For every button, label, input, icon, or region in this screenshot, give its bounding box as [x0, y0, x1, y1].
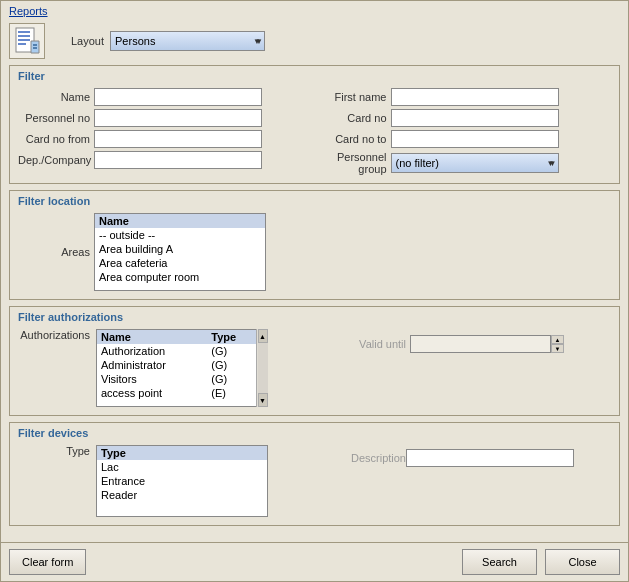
card-no-from-label: Card no from — [18, 133, 90, 145]
svg-marker-5 — [31, 41, 39, 53]
personnel-no-input[interactable] — [94, 109, 262, 127]
auth-label: Authorizations — [18, 329, 90, 341]
devices-type-list[interactable]: Type Lac Entrance Reader — [96, 445, 268, 517]
filter-devices-title: Filter devices — [18, 427, 611, 439]
filter-section-title: Filter — [18, 70, 611, 82]
dep-company-row: Dep./Company — [18, 151, 315, 169]
personnel-group-arrow: ▼ — [547, 159, 555, 168]
auth-type: (G) — [207, 358, 257, 372]
devices-type-header: Type — [97, 446, 267, 460]
main-window: Reports Layout Persons ▼ — [0, 0, 629, 582]
auth-col-type: Type — [207, 330, 257, 344]
filter-location-section: Filter location Areas Name -- outside --… — [9, 190, 620, 300]
scrollbar-up-btn[interactable]: ▲ — [258, 329, 268, 343]
spinbox-up[interactable]: ▲ — [551, 335, 564, 344]
personnel-group-value: (no filter) — [396, 157, 439, 169]
card-no-input[interactable] — [391, 109, 559, 127]
card-no-to-label: Card no to — [315, 133, 387, 145]
layout-dropdown-arrow: ▼ — [253, 37, 261, 46]
filter-right-col: First name Card no Card no to Personnel … — [315, 88, 612, 175]
firstname-input[interactable] — [391, 88, 559, 106]
bottom-bar: Clear form Search Close — [1, 542, 628, 581]
auth-table-container: Name Type Authorization(G) Administrator… — [96, 329, 268, 407]
auth-name: access point — [97, 386, 207, 400]
valid-until-row: Valid until ▲ ▼ — [334, 335, 564, 353]
spinbox-down[interactable]: ▼ — [551, 344, 564, 353]
auth-list[interactable]: Name Type Authorization(G) Administrator… — [96, 329, 268, 407]
spinbox-buttons: ▲ ▼ — [550, 335, 564, 353]
list-item[interactable]: Area building A — [95, 242, 265, 256]
clear-form-button[interactable]: Clear form — [9, 549, 86, 575]
firstname-label: First name — [315, 91, 387, 103]
description-label: Description — [334, 452, 406, 464]
name-input[interactable] — [94, 88, 262, 106]
svg-rect-1 — [18, 31, 30, 33]
close-button[interactable]: Close — [545, 549, 620, 575]
areas-label: Areas — [18, 246, 90, 258]
personnel-group-select[interactable]: (no filter) ▼ — [391, 153, 559, 173]
list-item[interactable]: Entrance — [97, 474, 267, 488]
filter-fields: Name Personnel no Card no from Dep./Comp… — [18, 88, 611, 175]
card-no-row: Card no — [315, 109, 612, 127]
auth-col-name: Name — [97, 330, 207, 344]
personnel-no-row: Personnel no — [18, 109, 315, 127]
title-bar: Reports — [1, 1, 628, 19]
areas-list[interactable]: Name -- outside -- Area building A Area … — [94, 213, 266, 291]
list-item[interactable]: Area computer room — [95, 270, 265, 284]
auth-name: Authorization — [97, 344, 207, 358]
svg-rect-3 — [18, 39, 30, 41]
right-buttons: Search Close — [462, 549, 620, 575]
list-item[interactable]: Lac — [97, 460, 267, 474]
content-area: Filter Name Personnel no Card no from — [1, 65, 628, 542]
valid-until-spinbox[interactable]: ▲ ▼ — [410, 335, 564, 353]
filter-devices-section: Filter devices Type Type Lac Entrance Re… — [9, 422, 620, 526]
reports-link[interactable]: Reports — [9, 5, 48, 17]
filter-left-col: Name Personnel no Card no from Dep./Comp… — [18, 88, 315, 175]
personnel-group-row: Personnel group (no filter) ▼ — [315, 151, 612, 175]
devices-row: Type Type Lac Entrance Reader Descriptio… — [18, 445, 611, 517]
filter-location-title: Filter location — [18, 195, 611, 207]
layout-label: Layout — [71, 35, 104, 47]
table-row[interactable]: access point(E) — [97, 386, 257, 400]
valid-until-label: Valid until — [334, 338, 406, 350]
svg-rect-4 — [18, 43, 26, 45]
table-row[interactable]: Administrator(G) — [97, 358, 257, 372]
personnel-group-label: Personnel group — [315, 151, 387, 175]
card-no-label: Card no — [315, 112, 387, 124]
layout-select-value: Persons — [115, 35, 155, 47]
auth-name: Administrator — [97, 358, 207, 372]
areas-list-header: Name — [95, 214, 265, 228]
description-input[interactable] — [406, 449, 574, 467]
list-item[interactable]: Reader — [97, 488, 267, 502]
layout-select-wrapper[interactable]: Persons ▼ — [110, 31, 265, 51]
valid-until-input[interactable] — [410, 335, 564, 353]
list-item[interactable]: Area cafeteria — [95, 256, 265, 270]
card-no-from-input[interactable] — [94, 130, 262, 148]
auth-type: (G) — [207, 372, 257, 386]
filter-section: Filter Name Personnel no Card no from — [9, 65, 620, 184]
card-no-from-row: Card no from — [18, 130, 315, 148]
reports-icon — [9, 23, 45, 59]
name-label: Name — [18, 91, 90, 103]
valid-until-container: Valid until ▲ ▼ — [334, 329, 564, 353]
filter-auth-title: Filter authorizations — [18, 311, 611, 323]
scrollbar-down-btn[interactable]: ▼ — [258, 393, 268, 407]
search-button[interactable]: Search — [462, 549, 537, 575]
description-row: Description — [334, 449, 574, 467]
dep-company-label: Dep./Company — [18, 154, 90, 166]
svg-rect-2 — [18, 35, 30, 37]
table-row[interactable]: Authorization(G) — [97, 344, 257, 358]
personnel-no-label: Personnel no — [18, 112, 90, 124]
list-item[interactable]: -- outside -- — [95, 228, 265, 242]
name-row: Name — [18, 88, 315, 106]
layout-select[interactable]: Persons ▼ — [110, 31, 265, 51]
card-no-to-input[interactable] — [391, 130, 559, 148]
personnel-group-select-wrapper[interactable]: (no filter) ▼ — [391, 153, 559, 173]
card-no-to-row: Card no to — [315, 130, 612, 148]
header-row: Layout Persons ▼ — [1, 19, 628, 65]
auth-table: Name Type Authorization(G) Administrator… — [97, 330, 257, 400]
dep-company-input[interactable] — [94, 151, 262, 169]
filter-authorizations-section: Filter authorizations Authorizations Nam… — [9, 306, 620, 416]
auth-scrollbar[interactable]: ▲ ▼ — [256, 329, 268, 407]
table-row[interactable]: Visitors(G) — [97, 372, 257, 386]
